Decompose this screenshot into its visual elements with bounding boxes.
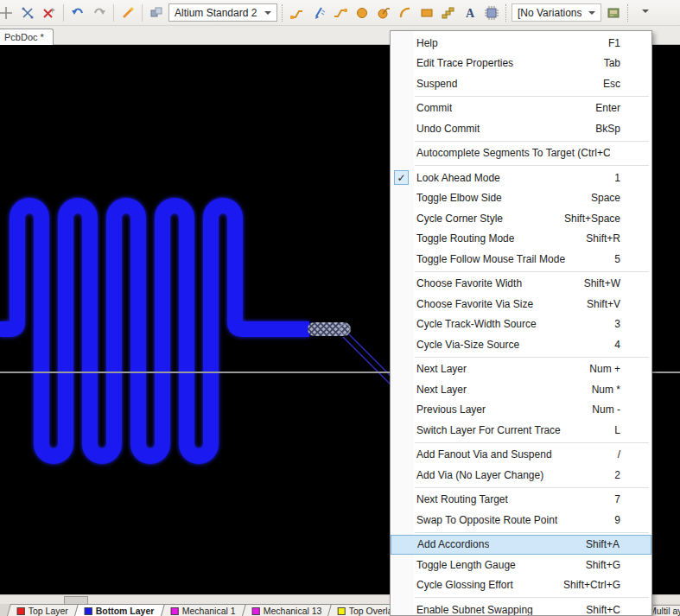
layer-tab-mechanical-1[interactable]: Mechanical 1 bbox=[161, 604, 246, 616]
menu-item[interactable]: CommitEnter bbox=[391, 98, 651, 119]
view-configuration-select[interactable]: Altium Standard 2D bbox=[168, 3, 277, 22]
menu-item[interactable]: SuspendEsc bbox=[391, 73, 651, 94]
layer-color-swatch bbox=[17, 606, 25, 614]
undo-icon[interactable] bbox=[68, 3, 87, 22]
filter-icon[interactable] bbox=[147, 3, 166, 22]
layer-tab-label: Top Layer bbox=[29, 606, 68, 616]
toolbar-separator bbox=[142, 4, 143, 22]
menu-item-label: Add Accordions bbox=[417, 538, 489, 550]
toolbar-separator bbox=[63, 4, 64, 22]
document-tab-pcbdoc[interactable]: PcbDoc * bbox=[0, 29, 54, 45]
menu-item-shortcut: Space bbox=[591, 192, 620, 204]
menu-item-label: Suspend bbox=[416, 78, 457, 90]
smart-route-icon[interactable] bbox=[331, 3, 350, 22]
fill-icon[interactable] bbox=[417, 3, 436, 22]
menu-item-label: Previous Layer bbox=[416, 403, 486, 416]
menu-item[interactable]: Switch Layer For Current TraceL bbox=[391, 420, 651, 441]
menu-item[interactable]: Enable Subnet SwappingShift+C bbox=[391, 600, 651, 616]
menu-item[interactable]: Previous LayerNum - bbox=[391, 400, 651, 421]
variations-select[interactable]: [No Variations] bbox=[512, 3, 601, 22]
menu-item-label: Toggle Elbow Side bbox=[416, 192, 502, 204]
menu-item-label: Toggle Follow Mouse Trail Mode bbox=[416, 253, 565, 265]
view-configuration-value: Altium Standard 2D bbox=[175, 7, 257, 19]
menu-item-shortcut: Esc bbox=[603, 78, 620, 90]
menu-item[interactable]: Choose Favorite Via SizeShift+V bbox=[391, 294, 651, 314]
component-icon[interactable] bbox=[482, 3, 501, 22]
menu-item[interactable]: Swap To Opposite Route Point9 bbox=[391, 510, 651, 530]
menu-item-label: Cycle Corner Style bbox=[416, 213, 503, 225]
document-tab-label: PcbDoc * bbox=[4, 32, 44, 42]
menu-item-label: Look Ahead Mode bbox=[416, 172, 500, 184]
menu-item-label: Enable Subnet Swapping bbox=[416, 604, 533, 616]
menu-item-label: Next Routing Target bbox=[416, 493, 508, 505]
menu-item-label: Add Via (No Layer Change) bbox=[416, 469, 543, 481]
menu-item-label: Autocomplete Segments To Target (Ctrl+Cl… bbox=[416, 147, 610, 159]
wand-icon[interactable] bbox=[118, 3, 137, 22]
chevron-down-icon bbox=[264, 11, 271, 18]
menu-item[interactable]: Cycle Via-Size Source4 bbox=[391, 334, 651, 355]
layer-tab-mechanical-13[interactable]: Mechanical 13 bbox=[242, 604, 333, 616]
menu-separator bbox=[415, 271, 649, 272]
variant-icon[interactable] bbox=[604, 3, 623, 22]
menu-item-shortcut: 9 bbox=[614, 514, 620, 526]
menu-item-shortcut: BkSp bbox=[595, 123, 620, 135]
layer-color-swatch bbox=[85, 606, 92, 614]
menu-item-label: Cycle Glossing Effort bbox=[416, 579, 513, 591]
menu-item-label: Undo Commit bbox=[416, 123, 480, 135]
menu-item-shortcut: Shift+R bbox=[586, 232, 620, 244]
layer-tab-bottom-layer[interactable]: Bottom Layer bbox=[74, 604, 165, 616]
toolbar-separator bbox=[627, 4, 629, 22]
chevron-down-icon bbox=[588, 11, 595, 18]
layer-tab-top-layer[interactable]: Top Layer bbox=[7, 604, 79, 616]
menu-item-shortcut: Num + bbox=[589, 363, 620, 375]
menu-item[interactable]: Toggle Routing ModeShift+R bbox=[391, 229, 651, 250]
menu-item-label: Toggle Routing Mode bbox=[416, 232, 514, 244]
checkmark-icon: ✓ bbox=[394, 170, 409, 185]
menu-item[interactable]: HelpF1 bbox=[391, 33, 651, 54]
menu-item[interactable]: Autocomplete Segments To Target (Ctrl+Cl… bbox=[391, 143, 651, 164]
menu-item[interactable]: Add AccordionsShift+A bbox=[391, 535, 651, 556]
menu-item[interactable]: Toggle Follow Mouse Trail Mode5 bbox=[391, 249, 651, 270]
menu-item-label: Add Fanout Via and Suspend bbox=[416, 448, 552, 460]
delete-track-icon[interactable] bbox=[40, 3, 59, 22]
menu-item-shortcut: Num - bbox=[592, 403, 620, 416]
menu-item-shortcut: 4 bbox=[614, 339, 620, 351]
menu-item[interactable]: ✓Look Ahead Mode1 bbox=[391, 168, 651, 188]
pad-icon[interactable] bbox=[353, 3, 372, 22]
redo-icon[interactable] bbox=[90, 3, 109, 22]
layer-tab-label: Mechanical 13 bbox=[264, 606, 322, 616]
menu-item-shortcut: 2 bbox=[614, 469, 620, 481]
menu-item-shortcut: Enter bbox=[595, 102, 620, 114]
menu-item[interactable]: Add Fanout Via and Suspend/ bbox=[391, 445, 651, 466]
menu-item[interactable]: Choose Favorite WidthShift+W bbox=[391, 274, 651, 295]
menu-item-label: Swap To Opposite Route Point bbox=[416, 514, 557, 526]
menu-item[interactable]: Cycle Corner StyleShift+Space bbox=[391, 208, 651, 229]
menu-item-label: Choose Favorite Via Size bbox=[416, 298, 533, 310]
via-icon[interactable] bbox=[374, 3, 393, 22]
toolbar-overflow-arrow-icon[interactable] bbox=[636, 3, 655, 22]
menu-item[interactable]: Toggle Length GaugeShift+G bbox=[391, 555, 651, 575]
array-icon[interactable] bbox=[439, 3, 458, 22]
diff-pair-route-icon[interactable] bbox=[309, 3, 328, 22]
menu-item[interactable]: Cycle Glossing EffortShift+Ctrl+G bbox=[391, 575, 651, 596]
menu-item[interactable]: Toggle Elbow SideSpace bbox=[391, 188, 651, 209]
menu-item[interactable]: Undo CommitBkSp bbox=[391, 118, 651, 139]
menu-item-shortcut: 7 bbox=[614, 493, 620, 505]
move-track-icon[interactable] bbox=[0, 3, 16, 22]
menu-item[interactable]: Next LayerNum + bbox=[391, 359, 651, 380]
break-track-icon[interactable] bbox=[18, 3, 37, 22]
layer-tab-fragment[interactable]: Multil ay bbox=[653, 605, 680, 616]
string-icon[interactable]: A bbox=[461, 3, 480, 22]
menu-item[interactable]: Next LayerNum * bbox=[391, 379, 651, 400]
menu-item[interactable]: Next Routing Target7 bbox=[391, 490, 651, 511]
menu-separator bbox=[415, 487, 649, 488]
menu-item[interactable]: Cycle Track-Width Source3 bbox=[391, 314, 651, 335]
arc-icon[interactable] bbox=[396, 3, 415, 22]
menu-item[interactable]: Add Via (No Layer Change)2 bbox=[391, 465, 651, 486]
menu-item[interactable]: Edit Trace PropertiesTab bbox=[391, 54, 651, 74]
menu-item-shortcut: L bbox=[614, 424, 620, 436]
svg-text:A: A bbox=[466, 7, 475, 20]
interactive-route-icon[interactable] bbox=[288, 3, 307, 22]
menu-item-shortcut: F1 bbox=[608, 37, 620, 49]
menu-separator bbox=[415, 96, 649, 97]
